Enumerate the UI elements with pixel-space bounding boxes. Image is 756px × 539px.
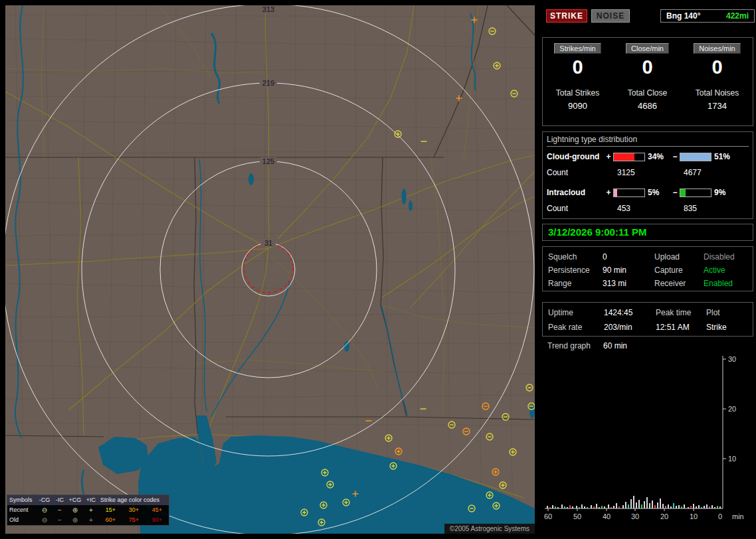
range-ring-label: 313 — [262, 5, 274, 13]
receiver-status: Enabled — [704, 279, 751, 288]
minus-sign: − — [670, 188, 680, 197]
ic-plus-count: 453 — [617, 204, 630, 213]
control-panel: STRIKE NOISE Bng 140° 422mi Strikes/min … — [539, 0, 756, 539]
y-tick-label: 30 — [728, 355, 736, 363]
settings-panel: Squelch 0 Upload Disabled Persistence 90… — [542, 246, 753, 291]
peak-time-label: Peak time — [656, 308, 706, 317]
peak-rate-value: 203/min — [604, 323, 656, 332]
legend-symbols-header: Symbols — [7, 495, 37, 505]
lightning-map[interactable]: 313 219 125 31 Symbols -CG -IC +CG +IC S… — [5, 5, 535, 534]
x-tick-label: 0 — [718, 512, 722, 520]
cloud-ground-label: Cloud-ground — [547, 152, 604, 161]
receiver-label: Receiver — [654, 279, 704, 288]
age-90: 90+ — [145, 515, 169, 525]
pos-cg-icon: ⊕ — [67, 515, 83, 525]
minus-sign: − — [670, 152, 680, 161]
squelch-label: Squelch — [548, 252, 603, 262]
range-ring-label: 31 — [264, 239, 272, 247]
pos-ic-icon: + — [83, 505, 99, 515]
datetime-panel: 3/12/2026 9:00:11 PM — [542, 224, 753, 241]
strike-mode-button[interactable]: STRIKE — [546, 9, 587, 23]
intracloud-label: Intracloud — [547, 188, 604, 197]
capture-status: Active — [704, 266, 751, 275]
map-canvas[interactable]: 313 219 125 31 — [5, 5, 535, 534]
x-tick-label: 60 — [544, 512, 552, 520]
neg-cg-icon: ⊖ — [37, 505, 52, 515]
range-label: Range — [548, 279, 603, 288]
strikes-per-min-button[interactable]: Strikes/min — [554, 43, 601, 54]
cg-minus-pct: 51% — [711, 152, 737, 161]
pos-ic-icon: + — [83, 515, 99, 525]
persistence-label: Persistence — [548, 266, 603, 275]
cg-plus-bar — [613, 153, 645, 161]
ic-plus-fill — [614, 189, 617, 196]
age-30: 30+ — [122, 505, 145, 515]
noises-per-min-value: 0 — [682, 56, 752, 78]
legend-col-header: -CG — [37, 495, 52, 505]
datetime-value: 3/12/2026 9:00:11 PM — [548, 226, 646, 238]
total-close-value: 4686 — [613, 101, 682, 111]
neg-ic-icon: − — [52, 505, 67, 515]
ic-minus-count: 835 — [684, 204, 697, 213]
total-noises-value: 1734 — [682, 101, 752, 111]
range-ring-label: 125 — [262, 157, 274, 165]
noises-per-min-button[interactable]: Noises/min — [694, 43, 740, 54]
uptime-label: Uptime — [548, 308, 604, 317]
total-close-label: Total Close — [613, 88, 682, 98]
x-tick-label: 40 — [603, 512, 611, 520]
legend-col-header: -IC — [52, 495, 67, 505]
legend-recent-label: Recent — [7, 505, 37, 515]
cg-minus-bar — [680, 153, 711, 161]
neg-ic-icon: − — [52, 515, 67, 525]
peak-time-value: 12:51 AM — [656, 323, 706, 332]
legend-age-title: Strike age color codes — [99, 495, 169, 505]
peak-rate-label: Peak rate — [548, 323, 604, 332]
plus-sign: + — [604, 188, 613, 197]
legend-old-label: Old — [7, 515, 37, 525]
age-15: 15+ — [99, 505, 122, 515]
x-unit-label: min — [732, 512, 744, 520]
x-tick-label: 10 — [690, 512, 698, 520]
cg-plus-fill — [614, 153, 634, 161]
cg-plus-pct: 34% — [645, 152, 670, 161]
trend-graph: 30 20 10 60 50 40 30 20 10 0 min — [539, 352, 756, 531]
persistence-value: 90 min — [603, 266, 654, 275]
plot-mode-value: Strike — [706, 323, 751, 332]
distribution-title: Lightning type distribution — [547, 135, 749, 147]
distribution-panel: Lightning type distribution Cloud-ground… — [542, 131, 753, 219]
capture-label: Capture — [654, 266, 704, 275]
cg-plus-count: 3125 — [617, 168, 635, 177]
cg-minus-fill — [680, 153, 711, 161]
y-tick-label: 20 — [728, 405, 736, 413]
total-strikes-value: 9090 — [543, 101, 613, 111]
graph-ticks — [548, 359, 726, 511]
age-75: 75+ — [122, 515, 145, 525]
pos-cg-icon: ⊕ — [67, 505, 83, 515]
neg-cg-icon: ⊖ — [37, 515, 52, 525]
x-tick-label: 50 — [573, 512, 581, 520]
total-strikes-label: Total Strikes — [543, 88, 613, 98]
distance-value: 422mi — [726, 11, 749, 21]
plot-label: Plot — [706, 308, 751, 317]
y-tick-label: 10 — [728, 455, 736, 463]
upload-status: Disabled — [704, 252, 751, 262]
close-per-min-button[interactable]: Close/min — [626, 43, 669, 54]
ic-minus-bar — [680, 189, 711, 197]
noise-mode-button[interactable]: NOISE — [591, 9, 630, 23]
plus-sign: + — [604, 152, 613, 161]
session-panel: Uptime 1424:45 Peak time Plot Peak rate … — [542, 302, 753, 337]
uptime-value: 1424:45 — [604, 308, 656, 317]
mode-toolbar: STRIKE NOISE Bng 140° 422mi — [542, 9, 753, 24]
copyright: ©2005 Astrogenic Systems — [444, 524, 535, 534]
ic-plus-bar — [613, 189, 645, 197]
app-window: 313 219 125 31 Symbols -CG -IC +CG +IC S… — [0, 0, 756, 539]
x-tick-label: 30 — [631, 512, 639, 520]
upload-label: Upload — [654, 252, 704, 262]
ic-count-label: Count — [547, 204, 568, 213]
age-60: 60+ — [99, 515, 122, 525]
squelch-value: 0 — [603, 252, 654, 262]
x-tick-label: 20 — [660, 512, 668, 520]
range-ring-label: 219 — [262, 79, 274, 87]
trend-window-value: 60 min — [603, 341, 627, 350]
close-per-min-value: 0 — [613, 56, 682, 78]
